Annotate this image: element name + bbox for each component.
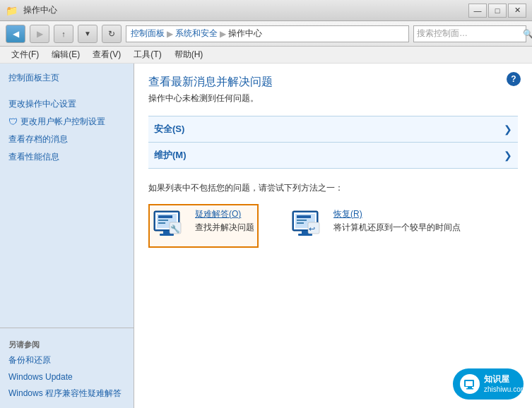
maintenance-label: 维护(M) (154, 149, 187, 162)
svg-rect-13 (297, 215, 311, 218)
security-label: 安全(S) (154, 123, 184, 136)
troubleshoot-card-text: 疑难解答(O) 查找并解决问题 (195, 208, 254, 234)
restore-icon: ↩ (291, 208, 326, 244)
maintenance-header[interactable]: 维护(M) ❯ (148, 143, 518, 168)
forward-button[interactable]: ▶ (30, 25, 49, 43)
refresh-button[interactable]: ↻ (102, 25, 122, 43)
watermark[interactable]: 知识屋 zhishiwu.com (453, 368, 524, 400)
menu-view[interactable]: 查看(V) (87, 47, 126, 62)
svg-rect-16 (302, 231, 309, 234)
restore-card-text: 恢复(R) 将计算机还原到一个较早的时间点 (333, 208, 461, 234)
security-chevron-icon: ❯ (504, 124, 512, 135)
main-layout: 控制面板主页 更改操作中心设置 🛡 更改用户帐户控制设置 查看存档的消息 查看性… (0, 64, 532, 408)
watermark-line2: zhishiwu.com (484, 385, 526, 394)
sidebar-link-compat[interactable]: Windows 程序兼容性疑难解答 (0, 385, 134, 402)
svg-rect-17 (298, 234, 312, 236)
svg-rect-7 (160, 234, 174, 236)
breadcrumb-sep-2: ▶ (220, 29, 226, 39)
menu-file[interactable]: 文件(F) (6, 47, 45, 62)
breadcrumb-sep-1: ▶ (167, 29, 173, 39)
troubleshoot-card-title[interactable]: 疑难解答(O) (195, 208, 254, 220)
breadcrumb-item-2[interactable]: 系统和安全 (175, 28, 218, 40)
maintenance-section: 维护(M) ❯ (148, 142, 518, 169)
sidebar-bottom: 另请参阅 备份和还原 Windows Update Windows 程序兼容性疑… (0, 328, 134, 402)
content-area: ? 查看最新消息并解决问题 操作中心未检测到任何问题。 安全(S) ❯ 维护(M… (134, 64, 532, 408)
shield-icon: 🛡 (8, 116, 18, 127)
svg-rect-4 (158, 220, 168, 221)
restore-card[interactable]: ↩ 恢复(R) 将计算机还原到一个较早的时间点 (287, 204, 465, 248)
content-subtitle: 操作中心未检测到任何问题。 (148, 92, 518, 104)
sidebar-link-home[interactable]: 控制面板主页 (0, 69, 134, 87)
help-icon[interactable]: ? (507, 72, 521, 86)
search-box: 🔍 (413, 25, 526, 42)
sidebar-link-performance[interactable]: 查看性能信息 (0, 148, 134, 166)
svg-rect-3 (158, 215, 172, 218)
close-button[interactable]: ✕ (508, 4, 526, 18)
troubleshoot-card[interactable]: 🔧 疑难解答(O) 查找并解决问题 (148, 204, 259, 248)
sidebar-link-archive[interactable]: 查看存档的消息 (0, 131, 134, 148)
breadcrumb-item-3: 操作中心 (228, 28, 262, 40)
svg-rect-5 (158, 222, 165, 224)
back-button[interactable]: ◀ (6, 25, 25, 43)
title-bar: 📁 操作中心 — □ ✕ (0, 0, 532, 21)
breadcrumb-item-1[interactable]: 控制面板 (131, 28, 165, 40)
sidebar-link-backup[interactable]: 备份和还原 (0, 352, 134, 369)
problem-text: 如果列表中不包括您的问题，请尝试下列方法之一： (148, 181, 518, 194)
minimize-button[interactable]: — (468, 4, 487, 18)
watermark-icon (460, 374, 480, 394)
sidebar-link-windows-update[interactable]: Windows Update (0, 369, 134, 385)
watermark-line1: 知识屋 (484, 374, 526, 385)
content-title: 查看最新消息并解决问题 (148, 75, 518, 90)
menu-help[interactable]: 帮助(H) (169, 47, 209, 62)
svg-rect-15 (297, 222, 304, 224)
svg-text:🔧: 🔧 (170, 224, 180, 234)
svg-rect-14 (297, 220, 307, 221)
maintenance-chevron-icon: ❯ (504, 150, 512, 161)
action-cards: 🔧 疑难解答(O) 查找并解决问题 (148, 204, 518, 248)
title-bar-left: 📁 操作中心 (6, 4, 57, 16)
svg-rect-22 (468, 387, 472, 388)
svg-rect-6 (163, 231, 170, 234)
recent-button[interactable]: ▼ (78, 25, 97, 43)
menu-tools[interactable]: 工具(T) (128, 47, 167, 62)
watermark-text: 知识屋 zhishiwu.com (484, 374, 526, 395)
troubleshoot-icon: 🔧 (153, 208, 188, 244)
title-bar-text: 操作中心 (23, 4, 57, 16)
restore-card-title[interactable]: 恢复(R) (333, 208, 461, 220)
search-icon[interactable]: 🔍 (523, 29, 532, 39)
sidebar-link-change-settings[interactable]: 更改操作中心设置 (0, 95, 134, 113)
address-bar: ◀ ▶ ↑ ▼ ↻ 控制面板 ▶ 系统和安全 ▶ 操作中心 🔍 (0, 21, 532, 47)
restore-card-desc: 将计算机还原到一个较早的时间点 (333, 222, 461, 232)
menu-bar: 文件(F) 编辑(E) 查看(V) 工具(T) 帮助(H) (0, 47, 532, 64)
sidebar-section-also: 另请参阅 (0, 335, 134, 352)
maximize-button[interactable]: □ (488, 4, 507, 18)
title-bar-controls: — □ ✕ (468, 4, 526, 18)
security-header[interactable]: 安全(S) ❯ (148, 116, 518, 142)
security-section: 安全(S) ❯ (148, 116, 518, 142)
sidebar: 控制面板主页 更改操作中心设置 🛡 更改用户帐户控制设置 查看存档的消息 查看性… (0, 64, 134, 408)
menu-edit[interactable]: 编辑(E) (46, 47, 85, 62)
search-input[interactable] (417, 29, 523, 39)
folder-icon: 📁 (6, 5, 18, 16)
svg-rect-21 (466, 381, 473, 386)
up-button[interactable]: ↑ (54, 25, 73, 43)
svg-text:↩: ↩ (309, 224, 315, 233)
troubleshoot-card-desc: 查找并解决问题 (195, 222, 254, 232)
breadcrumb: 控制面板 ▶ 系统和安全 ▶ 操作中心 (126, 25, 409, 42)
sidebar-link-uac[interactable]: 🛡 更改用户帐户控制设置 (0, 113, 134, 131)
svg-rect-23 (466, 388, 473, 390)
